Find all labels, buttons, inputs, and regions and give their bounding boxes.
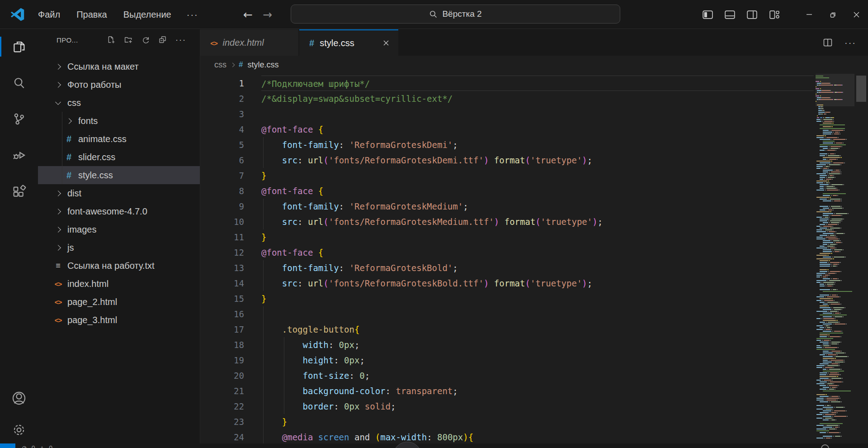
tree-item-js[interactable]: js [38,238,200,257]
menu-2[interactable]: Правка [70,7,113,23]
line-number: 7 [200,168,261,183]
problems-status[interactable]: ⊘ 0 △ 0 [22,444,52,448]
code-line-21[interactable]: 21 background-color: transparent; [200,383,814,399]
line-number: 23 [200,414,261,429]
code-line-22[interactable]: 22 border: 0px solid; [200,399,814,414]
tree-item-Фото-работы[interactable]: Фото работы [38,76,200,94]
collapse-all-icon[interactable] [158,35,168,45]
tab-style.css[interactable]: #style.css [299,29,398,56]
minimap[interactable] [816,74,854,448]
more-icon[interactable]: ··· [175,35,186,45]
code-line-18[interactable]: 18 width: 0px; [200,337,814,353]
indent-guide [263,322,264,337]
editor-more-actions-icon[interactable]: ··· [844,38,856,48]
new-file-icon[interactable] [107,35,116,45]
activity-source-control-icon[interactable] [0,108,38,130]
line-content: background-color: transparent; [261,383,814,399]
indent-guide [263,399,264,414]
line-content: @font-face { [261,245,814,260]
code-line-1[interactable]: 1/*Подключаем шрифты*/ [200,76,814,91]
line-number: 12 [200,245,261,260]
tree-item-label: css [67,98,81,108]
tree-item-label: Ссылка на работу.txt [67,261,155,271]
code-line-20[interactable]: 20 font-size: 0; [200,368,814,383]
close-tab-icon[interactable] [383,40,389,46]
tree-item-index.html[interactable]: <>index.html [38,275,200,293]
toggle-primary-sidebar-icon[interactable] [702,9,714,21]
line-content: } [261,291,814,306]
menu-3[interactable]: Выделение [117,7,178,23]
code-line-12[interactable]: 12@font-face { [200,245,814,260]
tree-item-images[interactable]: images [38,220,200,238]
toggle-panel-icon[interactable] [724,9,736,21]
customize-layout-icon[interactable] [768,9,780,21]
code-line-19[interactable]: 19 height: 0px; [200,353,814,368]
line-content: @font-face { [261,122,814,137]
tab-index.html[interactable]: <>index.html [200,29,298,56]
remote-indicator[interactable] [0,443,15,448]
line-content: } [261,168,814,183]
tree-item-label: Ссылка на макет [67,62,139,72]
code-line-7[interactable]: 7} [200,168,814,183]
indent-guide [284,353,284,368]
split-editor-icon[interactable] [823,38,833,48]
code-line-10[interactable]: 10 src: url('fonts/ReformaGroteskMedium.… [200,214,814,229]
code-line-23[interactable]: 23 } [200,414,814,429]
tree-item-css[interactable]: css [38,94,200,112]
code-line-2[interactable]: 2/*&display=swap&subset=cyrillic-ext*/ [200,91,814,106]
indent-guide [263,368,264,383]
back-arrow-icon[interactable]: ← [243,8,253,21]
minimize-button[interactable] [797,0,821,29]
code-line-4[interactable]: 4@font-face { [200,122,814,137]
line-number: 3 [200,106,261,122]
command-center-search[interactable]: Вёрстка 2 [291,5,620,24]
line-content: src: url('fonts/ReformaGroteskBold.ttf')… [261,276,814,291]
menu-overflow[interactable]: ··· [181,7,204,23]
tab-bar: <>index.html#style.css ··· [200,29,868,56]
tree-item-label: font-awesome-4.7.0 [67,206,147,217]
toggle-secondary-sidebar-icon[interactable] [746,9,758,21]
code-line-3[interactable]: 3 [200,106,814,122]
restore-button[interactable] [821,0,844,29]
activity-extensions-icon[interactable] [0,181,38,202]
indent-guide [263,199,264,214]
css-file-icon: # [65,152,73,162]
vertical-scrollbar[interactable] [854,74,868,448]
activity-run-debug-icon[interactable] [0,144,38,166]
code-line-5[interactable]: 5 font-family: 'ReformaGroteskDemi'; [200,137,814,153]
breadcrumb-folder[interactable]: css [214,60,226,70]
line-number: 14 [200,276,261,291]
forward-arrow-icon[interactable]: → [263,8,272,21]
activity-account-icon[interactable] [0,387,38,409]
tree-item-page_3.html[interactable]: <>page_3.html [38,311,200,329]
scrollbar-thumb[interactable] [856,76,866,102]
code-line-16[interactable]: 16 [200,306,814,322]
new-folder-icon[interactable] [124,35,133,45]
breadcrumb-file[interactable]: style.css [247,60,278,70]
code-line-8[interactable]: 8@font-face { [200,183,814,199]
code-line-11[interactable]: 11} [200,229,814,245]
code-line-9[interactable]: 9 font-family: 'ReformaGroteskMedium'; [200,199,814,214]
tree-item-dist[interactable]: dist [38,184,200,202]
tree-item-font-awesome-4.7.0[interactable]: font-awesome-4.7.0 [38,202,200,220]
close-button[interactable] [844,0,868,29]
chevron-right-icon [54,246,62,250]
code-area[interactable]: 1/*Подключаем шрифты*/2/*&display=swap&s… [200,74,868,448]
refresh-icon[interactable] [141,35,151,45]
code-line-17[interactable]: 17 .toggle-button{ [200,322,814,337]
tree-item-page_2.html[interactable]: <>page_2.html [38,293,200,311]
tree-item-Ссылка-на-работу.txt[interactable]: ≡Ссылка на работу.txt [38,257,200,275]
code-line-14[interactable]: 14 src: url('fonts/ReformaGroteskBold.tt… [200,276,814,291]
code-line-13[interactable]: 13 font-family: 'ReformaGroteskBold'; [200,260,814,276]
activity-explorer-icon[interactable] [0,36,38,57]
code-line-15[interactable]: 15} [200,291,814,306]
activity-settings-icon[interactable] [0,419,38,441]
tree-indent-guide [62,112,62,184]
explorer-header: ПРО... ··· [38,29,200,50]
code-line-6[interactable]: 6 src: url('fonts/ReformaGroteskDemi.ttf… [200,153,814,168]
activity-search-icon[interactable] [0,72,38,94]
code-line-24[interactable]: 24 @media screen and (max-width: 800px){ [200,429,814,445]
menu-1[interactable]: Файл [32,7,66,23]
line-number: 13 [200,260,261,276]
tree-item-Ссылка-на-макет[interactable]: Ссылка на макет [38,57,200,76]
